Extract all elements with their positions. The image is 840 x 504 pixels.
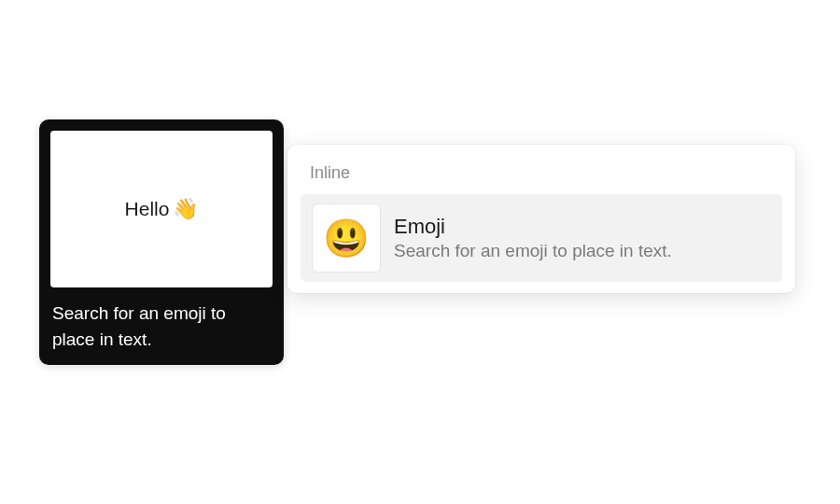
tooltip-caption: Search for an emoji to place in text. <box>50 301 273 354</box>
slash-menu-panel: Inline 😃 Emoji Search for an emoji to pl… <box>287 145 795 293</box>
tooltip-preview: Hello 👋 <box>50 131 273 287</box>
menu-item-emoji[interactable]: 😃 Emoji Search for an emoji to place in … <box>301 194 782 282</box>
tooltip-card: Hello 👋 Search for an emoji to place in … <box>39 119 284 365</box>
menu-item-title: Emoji <box>394 215 672 239</box>
tooltip-preview-word: Hello <box>125 198 170 220</box>
tooltip-preview-text: Hello 👋 <box>125 198 199 220</box>
menu-item-description: Search for an emoji to place in text. <box>394 241 672 261</box>
menu-item-body: Emoji Search for an emoji to place in te… <box>394 215 672 261</box>
wave-emoji-icon: 👋 <box>173 199 198 219</box>
menu-section-label: Inline <box>297 156 786 194</box>
smile-emoji-icon: 😃 <box>312 203 381 273</box>
